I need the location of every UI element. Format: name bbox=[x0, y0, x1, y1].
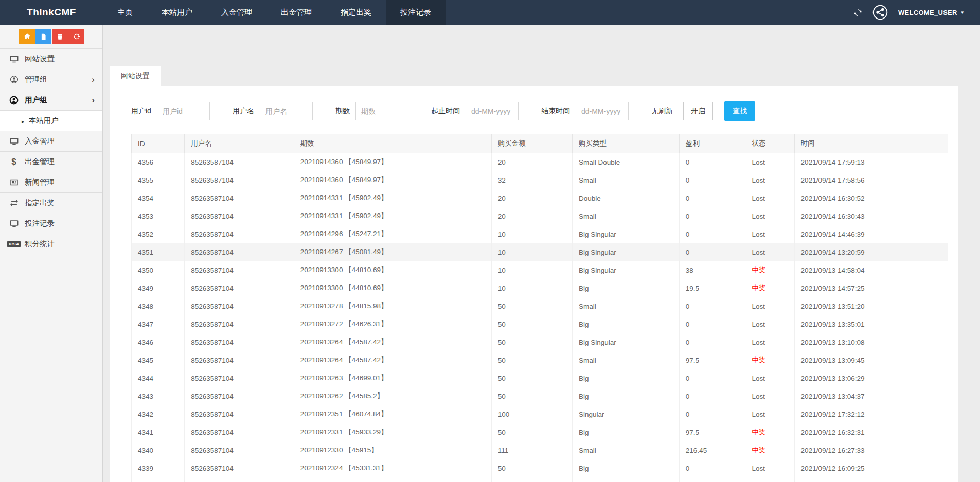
table-cell: 38 bbox=[679, 261, 745, 279]
table-cell: 20210913272 【44626.31】 bbox=[294, 315, 491, 333]
nav-item[interactable]: 主页 bbox=[103, 0, 147, 25]
sidebar-item[interactable]: ▸本站用户 bbox=[0, 110, 102, 131]
file-button[interactable] bbox=[35, 29, 51, 44]
table-cell: Big Singular bbox=[572, 261, 679, 279]
table-cell: 85263587104 bbox=[185, 369, 294, 387]
period-label: 期数 bbox=[335, 106, 350, 116]
sidebar-item-label: 管理组 bbox=[25, 75, 47, 84]
table-row: 43538526358710420210914331 【45902.49】20S… bbox=[132, 207, 948, 225]
nav-item[interactable]: 入金管理 bbox=[207, 0, 266, 25]
recycle-button[interactable] bbox=[68, 29, 84, 44]
dollar-icon: $ bbox=[8, 157, 20, 166]
table-cell: 0 bbox=[679, 369, 745, 387]
table-cell: 0 bbox=[679, 243, 745, 261]
refresh-icon[interactable] bbox=[853, 8, 862, 17]
nav-item[interactable]: 指定出奖 bbox=[326, 0, 386, 25]
table-cell: Lost bbox=[745, 189, 794, 207]
user-menu[interactable]: WELCOME_USER ▼ bbox=[898, 9, 965, 16]
sidebar-item[interactable]: 网站设置 bbox=[0, 48, 102, 69]
table-cell: Singular bbox=[572, 405, 679, 423]
table-cell: 4342 bbox=[132, 405, 185, 423]
sidebar-item[interactable]: 入金管理 bbox=[0, 131, 102, 151]
table-cell: Double bbox=[572, 189, 679, 207]
table-cell: 85263587104 bbox=[185, 477, 294, 482]
table-cell: 20210912351 【46074.84】 bbox=[294, 405, 491, 423]
sidebar-item[interactable]: VISA积分统计 bbox=[0, 234, 102, 254]
table-cell: 0 bbox=[679, 297, 745, 315]
table-cell: 20210913300 【44810.69】 bbox=[294, 279, 491, 297]
navbar-right: WELCOME_USER ▼ bbox=[853, 0, 980, 25]
table-cell: 4346 bbox=[132, 333, 185, 351]
table-row: 43428526358710420210912351 【46074.84】100… bbox=[132, 405, 948, 423]
home-button[interactable] bbox=[19, 29, 35, 44]
table-cell: 20210914296 【45247.21】 bbox=[294, 225, 491, 243]
app-logo: ThinkCMF bbox=[0, 0, 103, 25]
table-cell: Lost bbox=[745, 459, 794, 477]
table-cell: 20210914360 【45849.97】 bbox=[294, 153, 491, 171]
table-cell: 中奖 bbox=[745, 441, 794, 459]
nav-item[interactable]: 出金管理 bbox=[266, 0, 326, 25]
user-avatar-icon[interactable] bbox=[872, 5, 888, 20]
search-button[interactable]: 查找 bbox=[724, 101, 755, 121]
table-row: 43468526358710420210913264 【44587.42】50B… bbox=[132, 333, 948, 351]
table-cell: Big Singular bbox=[572, 243, 679, 261]
table-cell: 2021/09/13 13:10:08 bbox=[794, 333, 948, 351]
table-cell: 85263587104 bbox=[185, 153, 294, 171]
table-row: 43478526358710420210913272 【44626.31】50B… bbox=[132, 315, 948, 333]
table-row: 43438526358710420210913262 【44585.2】50Bi… bbox=[132, 387, 948, 405]
table-cell: 20210914331 【45902.49】 bbox=[294, 207, 491, 225]
start-time-input[interactable] bbox=[466, 102, 519, 120]
records-table: ID用户名期数购买金额购买类型盈利状态时间 435685263587104202… bbox=[131, 134, 948, 482]
sidebar-item[interactable]: 新闻管理 bbox=[0, 172, 102, 192]
table-cell: 4344 bbox=[132, 369, 185, 387]
table-cell: 2021/09/13 13:51:20 bbox=[794, 297, 948, 315]
end-time-input[interactable] bbox=[576, 102, 629, 120]
file-icon bbox=[40, 33, 47, 40]
user-name-input[interactable] bbox=[260, 102, 313, 120]
table-cell: 2021/09/12 16:09:25 bbox=[794, 459, 948, 477]
column-header: 时间 bbox=[794, 134, 948, 153]
table-cell: 2021/09/14 13:20:59 bbox=[794, 243, 948, 261]
recycle-icon bbox=[73, 33, 80, 40]
user-name-label: 用户名 bbox=[233, 106, 254, 116]
table-cell: Singular bbox=[572, 477, 679, 482]
table-cell: Big bbox=[572, 279, 679, 297]
search-form: 用户id用户名期数起止时间结束时间 无刷新 开启 查找 bbox=[131, 86, 948, 121]
no-refresh-toggle-button[interactable]: 开启 bbox=[683, 102, 713, 120]
table-cell: 4345 bbox=[132, 351, 185, 369]
table-cell: Lost bbox=[745, 243, 794, 261]
sidebar-item-label: 投注记录 bbox=[25, 219, 55, 228]
tab-site-settings[interactable]: 网站设置 bbox=[110, 66, 161, 86]
table-cell: 85263587104 bbox=[185, 171, 294, 189]
trash-button[interactable] bbox=[52, 29, 68, 44]
sidebar-item[interactable]: 指定出奖 bbox=[0, 192, 102, 213]
table-cell: 20210914331 【45902.49】 bbox=[294, 189, 491, 207]
sidebar-item[interactable]: 用户组› bbox=[0, 90, 102, 110]
sidebar-item[interactable]: 管理组› bbox=[0, 69, 102, 90]
table-cell: 0 bbox=[679, 459, 745, 477]
table-row: 43568526358710420210914360 【45849.97】20S… bbox=[132, 153, 948, 171]
table-row: 43558526358710420210914360 【45849.97】32S… bbox=[132, 171, 948, 189]
table-cell: 中奖 bbox=[745, 279, 794, 297]
table-cell: 0 bbox=[679, 333, 745, 351]
table-cell: 4340 bbox=[132, 441, 185, 459]
table-cell: 20210913263 【44699.01】 bbox=[294, 369, 491, 387]
table-cell: 4350 bbox=[132, 261, 185, 279]
table-cell: 111 bbox=[491, 441, 572, 459]
table-cell: 2021/09/13 13:35:01 bbox=[794, 315, 948, 333]
table-row: 43398526358710420210912324 【45331.31】50B… bbox=[132, 459, 948, 477]
tab-bar: 网站设置 bbox=[110, 66, 958, 86]
nav-item[interactable]: 投注记录 bbox=[386, 0, 446, 25]
sidebar-item-label: 本站用户 bbox=[29, 116, 59, 126]
sidebar-item[interactable]: 投注记录 bbox=[0, 213, 102, 234]
sidebar-item[interactable]: $出金管理 bbox=[0, 151, 102, 172]
table-cell: 97.5 bbox=[679, 351, 745, 369]
newspaper-icon bbox=[8, 178, 20, 187]
period-input[interactable] bbox=[355, 102, 408, 120]
table-row: 43548526358710420210914331 【45902.49】20D… bbox=[132, 189, 948, 207]
end-time-label: 结束时间 bbox=[541, 106, 570, 116]
table-cell: 0 bbox=[679, 315, 745, 333]
nav-item[interactable]: 本站用户 bbox=[147, 0, 207, 25]
user-id-input[interactable] bbox=[157, 102, 210, 120]
table-cell: 4352 bbox=[132, 225, 185, 243]
